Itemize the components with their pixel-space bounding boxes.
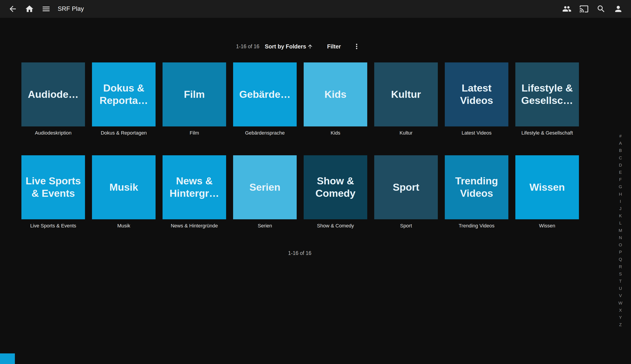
alpha-letter[interactable]: Y <box>616 314 624 321</box>
folder-tile[interactable]: Latest Videos <box>445 62 508 126</box>
library-folder-cell: Gebärde… Gebärdensprache <box>233 62 297 136</box>
folder-tile-title: Gebärde… <box>239 88 290 101</box>
folder-tile[interactable]: Show & Comedy <box>304 155 367 219</box>
alpha-letter[interactable]: N <box>616 234 624 242</box>
folder-tile[interactable]: Trending Videos <box>445 155 508 219</box>
alpha-letter[interactable]: U <box>616 285 624 292</box>
alpha-letter[interactable]: C <box>616 154 624 162</box>
folder-tile-title: Film <box>184 88 205 101</box>
app-bar: SRF Play <box>0 0 631 18</box>
alpha-letter[interactable]: A <box>616 140 624 147</box>
alpha-letter[interactable]: P <box>616 248 624 256</box>
home-button[interactable] <box>22 2 36 16</box>
alpha-letter[interactable]: H <box>616 191 624 198</box>
syncplay-button[interactable] <box>560 2 574 16</box>
library-folder-cell: Musik Musik <box>92 155 156 229</box>
item-count: 1-16 of 16 <box>236 44 260 50</box>
folder-caption[interactable]: Kids <box>304 130 367 136</box>
alpha-letter[interactable]: D <box>616 162 624 169</box>
folder-tile[interactable]: Wissen <box>515 155 579 219</box>
folder-caption[interactable]: Dokus & Reportagen <box>92 130 156 136</box>
alpha-letter[interactable]: J <box>616 205 624 212</box>
alpha-letter[interactable]: R <box>616 263 624 270</box>
alpha-letter[interactable]: G <box>616 183 624 190</box>
alpha-letter[interactable]: L <box>616 220 624 227</box>
alpha-letter[interactable]: # <box>616 132 624 140</box>
library-folder-cell: Latest Videos Latest Videos <box>445 62 508 136</box>
folder-tile-title: Show & Comedy <box>307 175 364 200</box>
overflow-menu-button[interactable] <box>350 40 364 53</box>
library-folder-cell: Dokus & Reporta… Dokus & Reportagen <box>92 62 156 136</box>
alpha-letter[interactable]: B <box>616 147 624 154</box>
folder-caption[interactable]: Wissen <box>515 223 579 229</box>
folder-tile[interactable]: Dokus & Reporta… <box>92 62 156 126</box>
alpha-letter[interactable]: X <box>616 307 624 314</box>
folder-tile-title: Serien <box>249 181 280 194</box>
library-folder-cell: Wissen Wissen <box>515 155 579 229</box>
folder-tile-title: Kids <box>324 88 346 101</box>
app-bar-left-group <box>6 2 53 16</box>
folder-tile-title: Kultur <box>391 88 421 101</box>
folder-caption[interactable]: Musik <box>92 223 156 229</box>
alpha-letter[interactable]: Q <box>616 256 624 263</box>
cast-button[interactable] <box>577 2 591 16</box>
alpha-letter[interactable]: I <box>616 198 624 205</box>
more-vert-icon <box>352 42 361 50</box>
folder-tile[interactable]: Audiode… <box>22 62 85 126</box>
menu-button[interactable] <box>39 2 53 16</box>
folder-caption[interactable]: Kultur <box>374 130 438 136</box>
folder-tile-title: Wissen <box>529 181 565 194</box>
search-button[interactable] <box>594 2 608 16</box>
folder-tile[interactable]: News & Hintergr… <box>162 155 226 219</box>
people-icon <box>562 4 572 14</box>
folder-tile[interactable]: Kids <box>304 62 367 126</box>
corner-accent <box>0 354 15 364</box>
sort-button[interactable]: Sort by Folders <box>262 41 316 52</box>
folder-caption[interactable]: News & Hintergründe <box>162 223 226 229</box>
page-title: SRF Play <box>58 6 84 12</box>
folder-tile[interactable]: Musik <box>92 155 156 219</box>
library-folder-cell: Kultur Kultur <box>374 62 438 136</box>
folder-tile[interactable]: Film <box>162 62 226 126</box>
alpha-letter[interactable]: T <box>616 278 624 285</box>
folder-caption[interactable]: Gebärdensprache <box>233 130 297 136</box>
folder-tile[interactable]: Lifestyle & Gesellsc… <box>515 62 579 126</box>
library-folder-cell: News & Hintergr… News & Hintergründe <box>162 155 226 229</box>
library-folder-cell: Audiode… Audiodeskription <box>22 62 85 136</box>
alpha-letter[interactable]: E <box>616 169 624 176</box>
folder-tile[interactable]: Gebärde… <box>233 62 297 126</box>
folder-tile-title: Audiode… <box>28 88 79 101</box>
alpha-letter[interactable]: S <box>616 270 624 278</box>
folder-tile[interactable]: Kultur <box>374 62 438 126</box>
folder-caption[interactable]: Sport <box>374 223 438 229</box>
folder-caption[interactable]: Serien <box>233 223 297 229</box>
folder-tile-title: Live Sports & Events <box>24 175 82 200</box>
footer-item-count: 1-16 of 16 <box>0 250 631 256</box>
folder-tile[interactable]: Serien <box>233 155 297 219</box>
folder-caption[interactable]: Film <box>162 130 226 136</box>
user-button[interactable] <box>612 2 625 16</box>
search-icon <box>596 4 606 14</box>
alpha-letter[interactable]: W <box>616 300 624 307</box>
folder-caption[interactable]: Trending Videos <box>445 223 508 229</box>
alpha-letter[interactable]: Z <box>616 321 624 328</box>
folder-caption[interactable]: Live Sports & Events <box>22 223 85 229</box>
folder-caption[interactable]: Audiodeskription <box>22 130 85 136</box>
folder-tile[interactable]: Live Sports & Events <box>22 155 85 219</box>
alpha-letter[interactable]: K <box>616 212 624 220</box>
library-folder-cell: Kids Kids <box>304 62 367 136</box>
app-bar-right-group <box>560 2 625 16</box>
back-button[interactable] <box>6 2 20 16</box>
library-toolbar: 1-16 of 16 Sort by Folders Filter <box>0 40 631 53</box>
folder-caption[interactable]: Show & Comedy <box>304 223 367 229</box>
folder-tile[interactable]: Sport <box>374 155 438 219</box>
library-folder-cell: Serien Serien <box>233 155 297 229</box>
alpha-letter[interactable]: F <box>616 176 624 183</box>
filter-button[interactable]: Filter <box>324 41 344 52</box>
folder-caption[interactable]: Latest Videos <box>445 130 508 136</box>
alpha-letter[interactable]: V <box>616 292 624 299</box>
alpha-letter[interactable]: M <box>616 227 624 234</box>
alpha-letter[interactable]: O <box>616 242 624 248</box>
folder-caption[interactable]: Lifestyle & Gesellschaft <box>515 130 579 136</box>
folder-tile-title: Trending Videos <box>448 175 505 200</box>
